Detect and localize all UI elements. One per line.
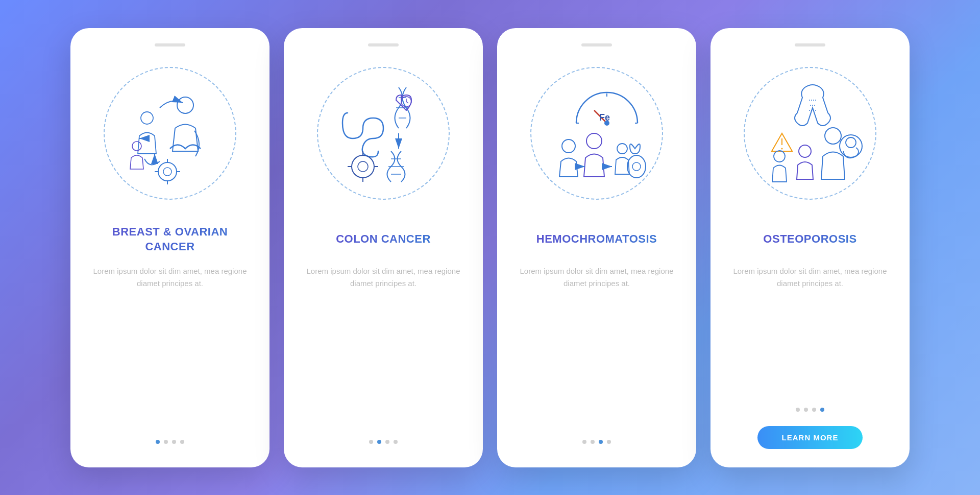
svg-point-46 — [799, 145, 811, 157]
svg-point-2 — [132, 142, 141, 151]
card-notch-2 — [368, 43, 399, 46]
dot-1-2 — [164, 440, 168, 444]
card-illustration-2 — [307, 57, 460, 210]
dot-4-3 — [812, 408, 816, 412]
dot-2-3 — [385, 440, 389, 444]
svg-point-1 — [141, 112, 153, 124]
svg-point-45 — [825, 128, 841, 144]
svg-point-0 — [177, 97, 193, 113]
svg-text:Fe: Fe — [599, 112, 610, 123]
dot-2-2 — [377, 440, 381, 444]
breast-cancer-illustration — [109, 72, 231, 195]
card-hemochromatosis: Fe — [497, 28, 696, 467]
svg-point-47 — [840, 135, 862, 157]
card-illustration-1 — [93, 57, 247, 210]
svg-point-3 — [158, 162, 177, 181]
card-dots-4 — [796, 408, 824, 412]
card-osteoporosis: OSTEOPOROSIS Lorem ipsum dolor sit dim a… — [710, 28, 910, 467]
dot-2-1 — [369, 440, 373, 444]
svg-point-4 — [163, 168, 172, 176]
card-body-3: Lorem ipsum dolor sit dim amet, mea regi… — [513, 265, 680, 430]
svg-point-33 — [562, 139, 575, 153]
svg-point-49 — [774, 151, 785, 162]
card-dots-3 — [582, 440, 611, 444]
card-colon-cancer: COLON CANCER Lorem ipsum dolor sit dim a… — [284, 28, 483, 467]
svg-point-34 — [586, 133, 602, 149]
card-illustration-4 — [733, 57, 887, 210]
svg-point-36 — [627, 155, 646, 178]
card-breast-ovarian-cancer: BREAST & OVARIAN CANCER Lorem ipsum dolo… — [70, 28, 270, 467]
colon-cancer-illustration — [322, 72, 445, 195]
card-notch — [155, 43, 185, 46]
svg-point-48 — [846, 137, 856, 148]
cards-container: BREAST & OVARIAN CANCER Lorem ipsum dolo… — [50, 8, 930, 488]
dot-4-4 — [820, 408, 824, 412]
svg-point-16 — [352, 155, 374, 178]
osteoporosis-illustration — [749, 72, 871, 195]
dot-1-1 — [156, 440, 160, 444]
dot-4-1 — [796, 408, 800, 412]
dot-3-2 — [591, 440, 595, 444]
dot-4-2 — [804, 408, 808, 412]
card-dots-1 — [156, 440, 184, 444]
card-illustration-3: Fe — [520, 57, 673, 210]
svg-point-44 — [781, 148, 783, 149]
svg-point-17 — [358, 161, 368, 172]
card-title-1: BREAST & OVARIAN CANCER — [87, 224, 253, 255]
svg-point-37 — [632, 162, 641, 171]
svg-point-35 — [617, 144, 627, 154]
card-notch-4 — [795, 43, 825, 46]
card-title-4: OSTEOPOROSIS — [763, 224, 856, 255]
dot-1-4 — [180, 440, 184, 444]
card-body-2: Lorem ipsum dolor sit dim amet, mea regi… — [300, 265, 467, 430]
card-body-4: Lorem ipsum dolor sit dim amet, mea regi… — [727, 265, 893, 397]
hemochromatosis-illustration: Fe — [535, 72, 658, 195]
card-body-1: Lorem ipsum dolor sit dim amet, mea regi… — [87, 265, 253, 430]
card-notch-3 — [581, 43, 612, 46]
dot-3-1 — [582, 440, 586, 444]
card-dots-2 — [369, 440, 398, 444]
learn-more-button[interactable]: LEARN MORE — [757, 426, 863, 449]
dot-3-3 — [599, 440, 603, 444]
dot-2-4 — [394, 440, 398, 444]
card-title-3: HEMOCHROMATOSIS — [536, 224, 657, 255]
svg-line-15 — [406, 102, 408, 103]
dot-1-3 — [172, 440, 176, 444]
card-title-2: COLON CANCER — [336, 224, 431, 255]
dot-3-4 — [607, 440, 611, 444]
